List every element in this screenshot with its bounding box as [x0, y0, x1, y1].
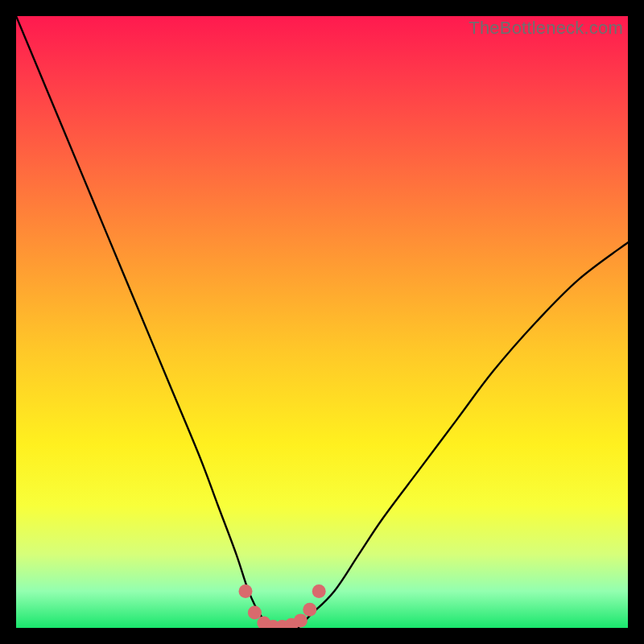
valley-marker	[303, 603, 316, 617]
valley-marker	[248, 606, 262, 620]
valley-marker	[294, 613, 308, 627]
valley-marker	[239, 584, 253, 598]
valley-marker	[312, 584, 326, 598]
chart-frame: TheBottleneck.com	[16, 16, 628, 628]
bottleneck-chart	[16, 16, 628, 628]
